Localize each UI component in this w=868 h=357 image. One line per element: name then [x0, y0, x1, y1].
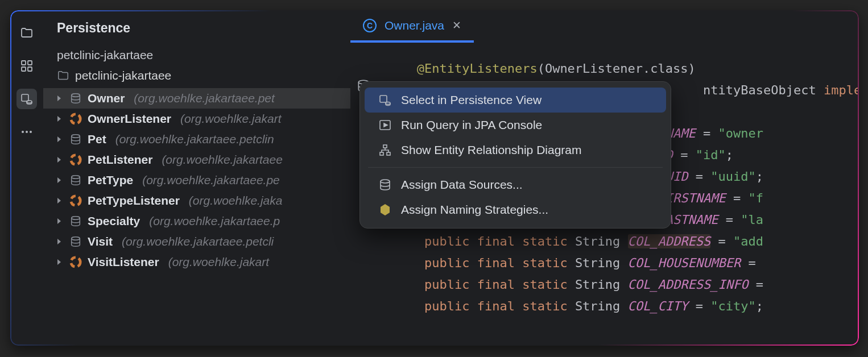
menu-item[interactable]: Select in Persistence View — [365, 88, 666, 113]
entity-icon — [69, 215, 82, 227]
db-icon — [378, 178, 392, 192]
tree-item-label: Specialty — [88, 214, 140, 228]
persistence-tool-button[interactable] — [16, 89, 37, 109]
tree-item-label: Pet — [88, 132, 106, 146]
chevron-right-icon — [55, 155, 64, 164]
svg-point-8 — [30, 131, 32, 133]
svg-point-25 — [381, 180, 390, 183]
menu-item-label: Show Entity Relationship Diagram — [401, 143, 581, 157]
svg-point-20 — [386, 102, 390, 105]
chevron-right-icon — [55, 176, 64, 185]
panel-title: Persistence — [43, 16, 350, 44]
code-line: @EntityListeners(OwnerListener.class) — [364, 61, 696, 76]
svg-point-5 — [27, 101, 32, 103]
tree-item-package: (org.woehlke.jakartaee.pe — [142, 173, 280, 187]
close-tab-icon[interactable]: ✕ — [452, 19, 461, 32]
chevron-right-icon — [55, 217, 64, 226]
tree-item-visit[interactable]: Visit(org.woehlke.jakartaee.petcli — [43, 231, 350, 252]
tree-item-package: (org.woehlke.jakartaee — [162, 153, 282, 167]
tree-item-label: PetType — [88, 173, 133, 187]
jpa-context-menu: Select in Persistence ViewRun Query in J… — [359, 81, 671, 229]
tree-item-package: (org.woehlke.jakart — [168, 255, 269, 269]
module-row[interactable]: petclinic-jakartaee — [43, 65, 350, 88]
svg-rect-3 — [28, 67, 32, 71]
menu-item-label: Assign Data Sources... — [401, 178, 523, 192]
tree-item-package: (org.woehlke.jakartaee.petclin — [115, 132, 274, 146]
code-line: public final static String COL_CITY = "c… — [364, 299, 763, 313]
ide-window: Persistence petclinic-jakartaee petclini… — [10, 10, 859, 346]
tree-item-ownerlistener[interactable]: OwnerListener(org.woehlke.jakart — [43, 109, 350, 129]
project-name[interactable]: petclinic-jakartaee — [43, 44, 350, 65]
svg-rect-1 — [28, 61, 32, 65]
tree-item-label: Visit — [88, 235, 113, 248]
tree-item-label: PetTypeListener — [88, 194, 180, 207]
svg-point-9 — [72, 94, 80, 97]
svg-rect-2 — [22, 67, 26, 71]
menu-item[interactable]: Show Entity Relationship Diagram — [365, 138, 666, 163]
tree-item-package: (org.woehlke.jakart — [180, 112, 281, 126]
structure-tool-button[interactable] — [16, 56, 37, 76]
svg-point-14 — [71, 196, 81, 206]
menu-item[interactable]: Run Query in JPA Console — [365, 113, 666, 138]
diagram-icon — [378, 143, 392, 157]
tree-item-label: Owner — [88, 92, 125, 105]
persistence-tree: Owner(org.woehlke.jakartaee.petOwnerList… — [43, 88, 350, 272]
menu-item[interactable]: Assign Naming Strategies... — [365, 197, 666, 222]
chevron-right-icon — [55, 114, 64, 123]
tree-item-owner[interactable]: Owner(org.woehlke.jakartaee.pet — [43, 88, 350, 109]
tree-item-label: OwnerListener — [88, 112, 171, 126]
svg-point-12 — [71, 155, 81, 165]
module-icon — [57, 69, 69, 82]
project-tool-button[interactable] — [16, 23, 37, 43]
svg-rect-23 — [380, 152, 383, 155]
tab-filename: Owner.java — [385, 19, 444, 32]
svg-point-7 — [26, 131, 28, 133]
tree-item-petlistener[interactable]: PetListener(org.woehlke.jakartaee — [43, 150, 350, 170]
hex-icon — [378, 203, 392, 217]
menu-item-label: Run Query in JPA Console — [401, 118, 542, 132]
entity-icon — [69, 174, 82, 186]
menu-separator — [368, 167, 663, 168]
tree-item-package: (org.woehlke.jakartaee.petcli — [122, 235, 274, 248]
tree-item-specialty[interactable]: Specialty(org.woehlke.jakartaee.p — [43, 211, 350, 231]
svg-point-11 — [72, 135, 80, 138]
tree-item-package: (org.woehlke.jaka — [189, 194, 283, 207]
tree-item-pettypelistener[interactable]: PetTypeListener(org.woehlke.jaka — [43, 190, 350, 211]
entity-icon — [69, 92, 82, 105]
chevron-right-icon — [55, 135, 64, 144]
more-tool-button[interactable] — [16, 122, 37, 142]
tree-item-package: (org.woehlke.jakartaee.pet — [134, 92, 274, 105]
tree-item-label: VisitListener — [88, 255, 159, 269]
entity-icon — [69, 133, 82, 146]
svg-rect-24 — [387, 152, 390, 155]
tree-item-visitlistener[interactable]: VisitListener(org.woehlke.jakart — [43, 252, 350, 272]
svg-rect-4 — [22, 94, 28, 101]
menu-item-label: Select in Persistence View — [401, 93, 542, 107]
play-icon — [378, 118, 392, 132]
code-line: public final static String COL_ADDRESS =… — [364, 234, 763, 248]
svg-point-16 — [72, 237, 80, 240]
menu-item[interactable]: Assign Data Sources... — [365, 172, 666, 197]
listener-icon — [69, 153, 82, 166]
chevron-right-icon — [55, 258, 64, 267]
svg-point-17 — [71, 258, 81, 267]
tree-item-pettype[interactable]: PetType(org.woehlke.jakartaee.pe — [43, 170, 350, 190]
menu-item-label: Assign Naming Strategies... — [401, 203, 548, 217]
persistence-panel: Persistence petclinic-jakartaee petclini… — [43, 10, 350, 346]
svg-point-15 — [72, 217, 80, 220]
svg-point-10 — [71, 114, 81, 124]
listener-icon — [69, 194, 82, 207]
editor-tabbar: C Owner.java ✕ — [350, 10, 859, 43]
code-line: public final static String COL_HOUSENUMB… — [364, 256, 763, 270]
tree-item-label: PetListener — [88, 153, 152, 167]
entity-icon — [69, 235, 82, 248]
svg-point-13 — [72, 176, 80, 179]
listener-icon — [69, 256, 82, 268]
editor-tab-owner[interactable]: C Owner.java ✕ — [350, 10, 474, 43]
persistence-icon — [378, 93, 392, 107]
svg-point-6 — [22, 131, 24, 133]
listener-icon — [69, 113, 82, 125]
tree-item-pet[interactable]: Pet(org.woehlke.jakartaee.petclin — [43, 129, 350, 150]
svg-rect-22 — [383, 145, 387, 148]
svg-rect-19 — [380, 96, 387, 102]
